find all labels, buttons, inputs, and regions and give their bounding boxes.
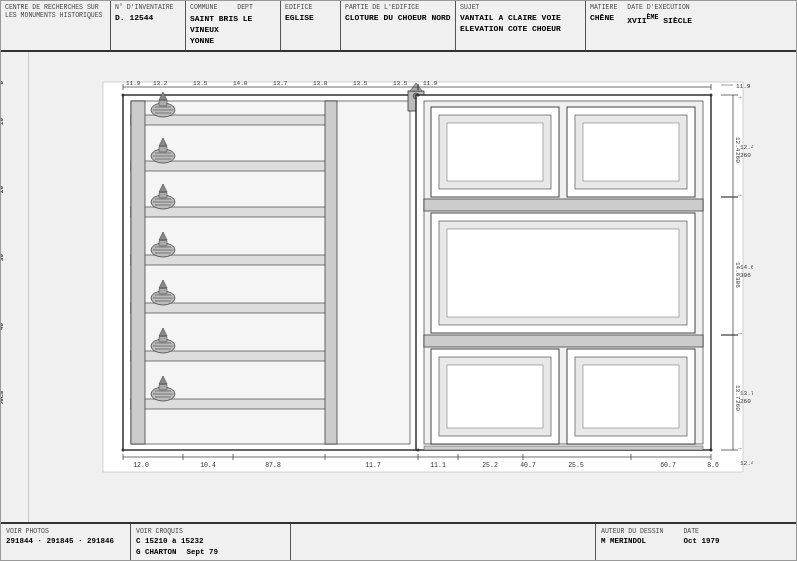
svg-text:13.5: 13.5 [193,80,208,87]
footer: VOIR PHOTOS 291844 · 291845 · 291846 VOI… [1,522,796,560]
svg-point-140 [121,93,124,96]
svg-text:→: → [738,192,742,199]
svg-text:306: 306 [740,272,751,279]
svg-text:260: 260 [740,398,751,405]
svg-text:→: → [738,445,742,452]
svg-rect-24 [325,101,337,444]
svg-text:13.2: 13.2 [153,80,168,87]
svg-rect-65 [159,384,167,390]
sujet-cell: SUJET VANTAIL A CLAIRE VOIE ELEVATION CO… [456,1,586,50]
svg-text:60.7: 60.7 [660,462,676,469]
svg-text:10.4: 10.4 [200,462,216,469]
svg-point-144 [709,448,712,451]
croquis-value: C 15210 à 15232 [136,536,285,547]
svg-point-142 [416,448,419,451]
svg-text:13.5: 13.5 [393,80,408,87]
auteur-value: M MERINDOL [601,536,663,547]
edifice-cell: EDIFICE EGLISE [281,1,341,50]
page: CENTRE DE RECHERCHES SUR LES MONUMENTS H… [0,0,797,561]
svg-rect-47 [159,240,167,246]
croquis-date: Sept 79 [187,547,219,558]
photos-label: VOIR PHOTOS [6,527,125,536]
edifice-value: EGLISE [285,13,336,23]
sujet-label: SUJET [460,4,581,12]
main-area: 50cm 40 30 20 10 0 [1,52,796,522]
centre-label: CENTRE DE RECHERCHES SUR LES MONUMENTS H… [5,4,106,21]
date-label: DATE [683,527,719,536]
svg-point-145 [121,448,124,451]
commune-value: SAINT BRIS LE VINEUX [190,14,276,35]
svg-text:11.9: 11.9 [736,83,751,90]
svg-text:13.7: 13.7 [273,80,288,87]
svg-text:14.6: 14.6 [740,264,753,271]
svg-rect-85 [447,365,543,428]
svg-text:11.9: 11.9 [126,80,141,87]
svg-text:10: 10 [1,117,5,125]
svg-text:40: 40 [1,322,5,330]
commune-cell: COMMUNE DEPT SAINT BRIS LE VINEUX YONNE [186,1,281,50]
dept-value: YONNE [190,36,276,46]
svg-rect-23 [131,101,145,444]
svg-text:20: 20 [1,185,5,193]
svg-text:50cm: 50cm [1,390,5,403]
inventaire-value: D. 12544 [115,13,181,23]
inventaire-cell: N° D'INVENTAIRE D. 12544 [111,1,186,50]
croquis-author: G CHARTON [136,547,177,558]
svg-rect-82 [424,335,703,347]
svg-text:12.4: 12.4 [740,460,753,467]
svg-text:0: 0 [1,80,5,84]
photos-value: 291844 · 291845 · 291846 [6,536,125,547]
inventaire-label: N° D'INVENTAIRE [115,4,181,12]
architectural-drawing: 11.9 13.2 13.5 14.0 13.7 13.8 13.5 13.5 … [73,77,753,497]
svg-rect-89 [424,446,703,450]
croquis-cell: VOIR CROQUIS C 15210 à 15232 G CHARTON S… [131,524,291,560]
svg-text:14.0: 14.0 [233,80,248,87]
commune-label: COMMUNE [190,4,217,12]
auteur-label: AUTEUR DU DESSIN [601,527,663,536]
svg-point-141 [416,93,419,96]
date-value: Oct 1979 [683,536,719,547]
drawing-area: 11.9 13.2 13.5 14.0 13.7 13.8 13.5 13.5 … [29,52,796,522]
centre-cell: CENTRE DE RECHERCHES SUR LES MONUMENTS H… [1,1,111,50]
svg-text:30: 30 [1,253,5,261]
svg-text:11.7: 11.7 [365,462,381,469]
edifice-label: EDIFICE [285,4,336,12]
auteur-cell: AUTEUR DU DESSIN M MERINDOL DATE Oct 197… [596,524,796,560]
svg-rect-88 [583,365,679,428]
svg-rect-35 [159,146,167,152]
footer-spacer [291,524,596,560]
croquis-label: VOIR CROQUIS [136,527,285,536]
svg-text:13.5: 13.5 [353,80,368,87]
svg-text:260: 260 [740,152,751,159]
matiere-value: CHÊNE [590,13,617,23]
svg-text:8.6: 8.6 [707,462,719,469]
svg-text:→: → [738,94,742,101]
header: CENTRE DE RECHERCHES SUR LES MONUMENTS H… [1,1,796,52]
svg-text:13.7: 13.7 [740,390,753,397]
svg-text:25.2: 25.2 [482,462,498,469]
date-exec-label: DATE D'EXECUTION [627,4,692,12]
svg-text:11.9: 11.9 [423,80,438,87]
svg-text:87.8: 87.8 [265,462,281,469]
svg-point-143 [709,93,712,96]
dept-label: DEPT [237,4,253,12]
svg-rect-53 [159,288,167,294]
svg-rect-78 [424,199,703,211]
svg-rect-81 [447,229,679,317]
photos-cell: VOIR PHOTOS 291844 · 291845 · 291846 [1,524,131,560]
date-exec-value: XVIIème SIÈCLE [627,13,692,26]
svg-rect-77 [583,123,679,181]
svg-rect-29 [159,100,167,106]
partie-cell: PARTIE DE L'EDIFICE CLOTURE DU CHOEUR NO… [341,1,456,50]
svg-text:13.8: 13.8 [313,80,328,87]
svg-rect-41 [159,192,167,198]
partie-label: PARTIE DE L'EDIFICE [345,4,451,12]
matiere-label: MATIERE [590,4,617,12]
svg-rect-74 [447,123,543,181]
partie-value: CLOTURE DU CHOEUR NORD [345,13,451,23]
svg-text:25.5: 25.5 [568,462,584,469]
svg-text:40.7: 40.7 [520,462,536,469]
sujet-value: VANTAIL A CLAIRE VOIE ELEVATION COTE CHO… [460,13,581,34]
scale-bar: 50cm 40 30 20 10 0 [1,52,29,522]
svg-rect-59 [159,336,167,342]
